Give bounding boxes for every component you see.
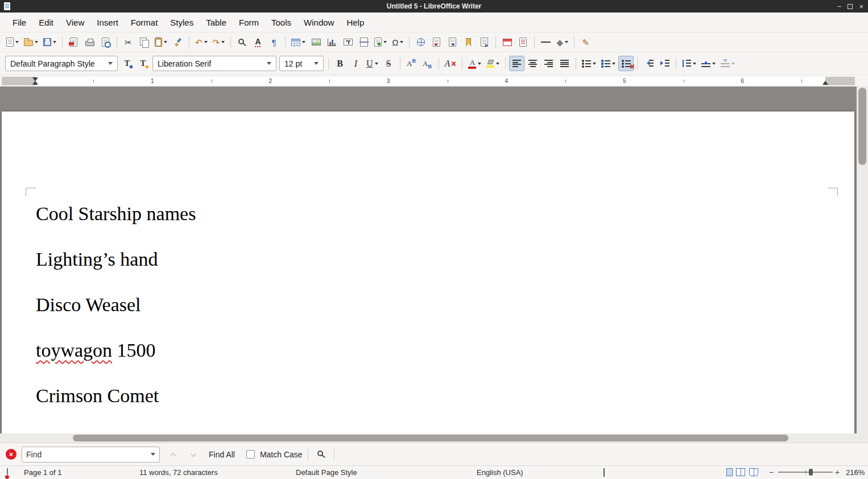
bold-button[interactable]: B [332,56,348,71]
open-button[interactable] [22,35,40,50]
close-find-button[interactable]: × [6,449,16,460]
insert-bookmark-button[interactable] [461,35,476,50]
find-next-button[interactable] [185,447,201,462]
dropdown-arrow[interactable] [221,41,225,43]
document-area[interactable]: Cool Starship names Lighting’s hand Disc… [0,86,868,433]
insert-chart-button[interactable] [324,35,340,50]
paragraph-text[interactable]: 1500 [112,340,156,361]
justify-button[interactable] [557,56,572,71]
font-name-select[interactable]: Liberation Serif [152,56,276,71]
single-page-view-button[interactable] [726,468,733,476]
highlight-color-button[interactable] [484,56,502,71]
zoom-slider[interactable] [778,468,833,476]
insert-endnote-button[interactable] [445,35,460,50]
decrease-indent-button[interactable] [641,56,656,71]
paste-button[interactable] [152,35,170,50]
dropdown-arrow[interactable] [612,63,615,65]
word-count[interactable]: 11 words, 72 characters [139,468,218,477]
paragraph[interactable]: Lighting’s hand [36,248,196,271]
undo-button[interactable]: ↶ [193,35,210,50]
book-view-button[interactable] [749,468,758,476]
dropdown-arrow[interactable] [400,41,403,43]
close-button[interactable]: × [859,3,863,10]
dropdown-arrow[interactable] [496,63,499,65]
multi-page-view-button[interactable] [736,468,745,476]
dropdown-arrow[interactable] [731,63,735,65]
menu-help[interactable]: Help [341,15,370,30]
horizontal-scrollbar-thumb[interactable] [73,435,788,441]
menu-edit[interactable]: Edit [33,15,59,30]
new-style-button[interactable]: T [135,56,151,71]
print-button[interactable] [82,35,97,50]
find-input[interactable] [26,450,148,459]
bullet-list-button[interactable] [580,56,598,71]
clone-formatting-button[interactable] [170,35,185,50]
dropdown-arrow[interactable] [204,41,208,43]
dropdown-arrow[interactable] [693,63,696,65]
align-center-button[interactable] [525,56,540,71]
italic-button[interactable]: I [348,56,363,71]
line-spacing-button[interactable] [680,56,698,71]
menu-view[interactable]: View [60,15,90,30]
paragraph[interactable]: toywagon 1500 [36,339,196,362]
restore-button[interactable] [848,4,853,9]
unsaved-changes-icon[interactable] [7,468,8,478]
menu-file[interactable]: File [7,15,32,30]
cut-button[interactable]: ✂ [121,35,136,50]
subscript-button[interactable]: AB [420,56,435,71]
menu-tools[interactable]: Tools [266,15,297,30]
vertical-scrollbar[interactable] [857,86,868,433]
horizontal-scrollbar[interactable] [0,433,868,443]
misspelled-word[interactable]: toywagon [36,340,112,361]
paragraph-style-select[interactable]: Default Paragraph Style [5,56,118,71]
menu-table[interactable]: Table [200,15,232,30]
export-pdf-button[interactable] [66,35,81,50]
paragraph[interactable]: Crimson Comet [36,385,196,407]
find-and-replace-button[interactable] [313,447,329,462]
insert-textbox-button[interactable] [340,35,356,50]
right-indent-marker[interactable] [822,81,828,85]
dropdown-arrow[interactable] [593,63,596,65]
dropdown-arrow[interactable] [565,41,568,43]
zoom-level[interactable]: 216% [846,468,865,477]
match-case-checkbox[interactable] [246,450,255,459]
insert-hyperlink-button[interactable] [413,35,428,50]
page-style[interactable]: Default Page Style [296,468,357,477]
track-changes-button[interactable] [515,35,531,50]
find-previous-button[interactable] [165,447,180,462]
document-text[interactable]: Cool Starship names Lighting’s hand Disc… [36,203,196,430]
horizontal-ruler[interactable]: 123456 [0,75,868,86]
insert-comment-button[interactable] [499,35,515,50]
insert-footnote-button[interactable] [429,35,444,50]
insert-page-break-button[interactable] [356,35,371,50]
dropdown-arrow[interactable] [35,41,38,43]
menu-insert[interactable]: Insert [91,15,124,30]
zoom-in-button[interactable]: + [835,468,840,476]
no-list-button[interactable] [618,56,634,71]
dropdown-arrow[interactable] [478,63,481,65]
new-document-button[interactable] [4,35,21,50]
font-size-select[interactable]: 12 pt [279,56,324,71]
find-replace-button[interactable] [234,35,250,50]
print-preview-button[interactable] [98,35,113,50]
spelling-button[interactable]: A [250,35,266,50]
find-all-button[interactable]: Find All [206,448,238,461]
update-style-button[interactable]: T [119,56,135,71]
find-combobox[interactable] [22,447,160,463]
paragraph[interactable]: Cool Starship names [36,203,196,225]
dropdown-arrow[interactable] [302,41,305,43]
ruler-strip[interactable]: 123456 [2,77,855,85]
find-history-dropdown-arrow[interactable] [151,453,155,456]
save-button[interactable] [41,35,59,50]
clear-formatting-button[interactable]: A [443,56,459,71]
superscript-button[interactable]: AB [404,56,419,71]
menu-format[interactable]: Format [125,15,164,30]
copy-button[interactable] [137,35,152,50]
menu-form[interactable]: Form [233,15,264,30]
insert-image-button[interactable] [308,35,324,50]
dropdown-arrow[interactable] [383,41,387,43]
show-draw-functions-button[interactable]: ✎ [578,35,593,50]
dropdown-arrow[interactable] [53,41,56,43]
paragraph[interactable]: Disco Weasel [36,294,196,316]
basic-shapes-button[interactable]: ◆ [554,35,571,50]
